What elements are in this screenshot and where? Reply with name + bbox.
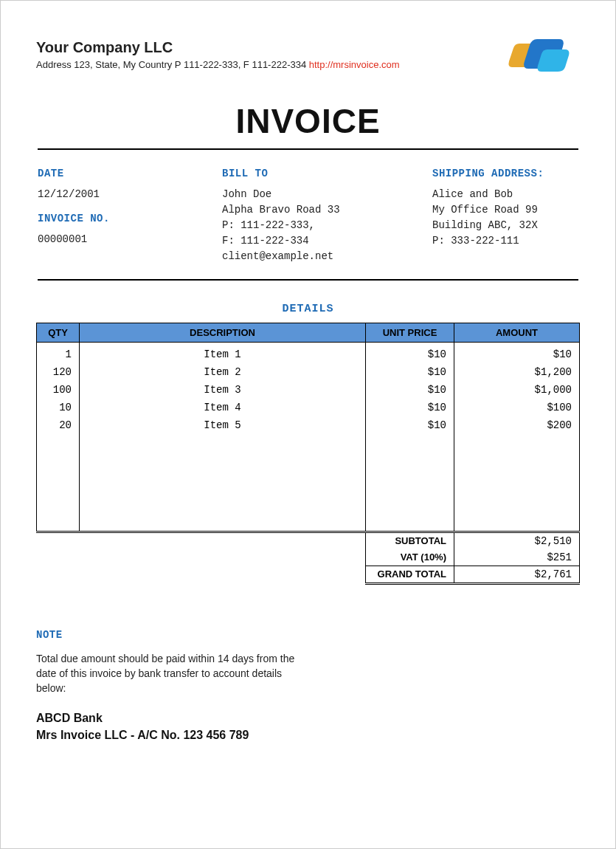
bill-to-value: John Doe Alpha Bravo Road 33 P: 111-222-… xyxy=(222,187,432,264)
cell-amount: $100 xyxy=(454,399,580,416)
col-amount: AMOUNT xyxy=(454,323,580,343)
details-title: DETAILS xyxy=(36,303,580,315)
vat-row: VAT (10%) $251 xyxy=(36,549,580,566)
cell-qty: 20 xyxy=(37,416,80,434)
note-text: Total due amount should be paid within 1… xyxy=(36,651,302,696)
invoice-no-label: INVOICE NO. xyxy=(38,213,222,224)
col-unit-price: UNIT PRICE xyxy=(366,323,454,343)
table-row: 10Item 4$10$100 xyxy=(37,399,580,416)
table-row-empty xyxy=(37,499,580,515)
table-row-empty xyxy=(37,483,580,499)
divider-mid xyxy=(38,279,578,281)
company-url-link[interactable]: http://mrsinvoice.com xyxy=(309,59,400,70)
cell-description: Item 5 xyxy=(80,416,366,434)
table-row-empty xyxy=(37,434,580,450)
vat-label: VAT (10%) xyxy=(366,549,454,566)
company-address-text: Address 123, State, My Country P 111-222… xyxy=(36,59,309,70)
note-section: NOTE Total due amount should be paid wit… xyxy=(36,629,580,744)
shipping-value: Alice and Bob My Office Road 99 Building… xyxy=(432,187,578,249)
info-col-shipping: SHIPPING ADDRESS: Alice and Bob My Offic… xyxy=(432,168,578,264)
subtotal-label: SUBTOTAL xyxy=(366,533,454,549)
bill-to-line: John Doe xyxy=(222,187,432,202)
bank-info: ABCD Bank Mrs Invoice LLC - A/C No. 123 … xyxy=(36,710,580,743)
note-label: NOTE xyxy=(36,629,580,641)
cell-description: Item 1 xyxy=(80,343,366,364)
cell-qty: 10 xyxy=(37,399,80,416)
bank-account: Mrs Invoice LLC - A/C No. 123 456 789 xyxy=(36,727,580,743)
table-row-empty xyxy=(37,450,580,467)
ship-line: My Office Road 99 xyxy=(432,202,578,218)
company-address: Address 123, State, My Country P 111-222… xyxy=(36,59,400,70)
bill-to-line: client@example.net xyxy=(222,249,432,264)
company-logo-icon xyxy=(506,35,572,79)
invoice-no-value: 00000001 xyxy=(38,232,222,247)
cell-qty: 120 xyxy=(37,363,80,381)
col-description: DESCRIPTION xyxy=(80,323,366,343)
company-name: Your Company LLC xyxy=(36,39,400,56)
header: Your Company LLC Address 123, State, My … xyxy=(36,39,580,79)
cell-qty: 100 xyxy=(37,381,80,399)
bill-to-line: P: 111-222-333, xyxy=(222,218,432,233)
grand-total-value: $2,761 xyxy=(454,566,580,583)
bill-to-line: F: 111-222-334 xyxy=(222,233,432,249)
date-label: DATE xyxy=(38,168,222,179)
invoice-title: INVOICE xyxy=(36,101,580,141)
cell-description: Item 2 xyxy=(80,363,366,381)
ship-line: Building ABC, 32X xyxy=(432,218,578,233)
date-value: 12/12/2001 xyxy=(38,187,222,202)
cell-qty: 1 xyxy=(37,343,80,364)
table-header-row: QTY DESCRIPTION UNIT PRICE AMOUNT xyxy=(37,323,580,343)
ship-line: P: 333-222-111 xyxy=(432,233,578,249)
cell-amount: $1,000 xyxy=(454,381,580,399)
grand-total-row: GRAND TOTAL $2,761 xyxy=(36,566,580,583)
divider-top xyxy=(38,148,578,150)
cell-unit-price: $10 xyxy=(366,343,454,364)
company-block: Your Company LLC Address 123, State, My … xyxy=(36,39,400,70)
cell-amount: $200 xyxy=(454,416,580,434)
info-col-date: DATE 12/12/2001 INVOICE NO. 00000001 xyxy=(38,168,222,264)
subtotal-value: $2,510 xyxy=(454,533,580,549)
subtotal-row: SUBTOTAL $2,510 xyxy=(36,533,580,549)
ship-line: Alice and Bob xyxy=(432,187,578,202)
table-row-empty xyxy=(37,467,580,483)
table-row: 120Item 2$10$1,200 xyxy=(37,363,580,381)
bank-name: ABCD Bank xyxy=(36,710,580,726)
cell-unit-price: $10 xyxy=(366,363,454,381)
totals-table: SUBTOTAL $2,510 VAT (10%) $251 GRAND TOT… xyxy=(36,533,580,585)
info-col-billto: BILL TO John Doe Alpha Bravo Road 33 P: … xyxy=(222,168,432,264)
cell-description: Item 4 xyxy=(80,399,366,416)
table-row: 1Item 1$10$10 xyxy=(37,343,580,364)
cell-description: Item 3 xyxy=(80,381,366,399)
cell-unit-price: $10 xyxy=(366,416,454,434)
cell-amount: $1,200 xyxy=(454,363,580,381)
grand-total-label: GRAND TOTAL xyxy=(366,566,454,583)
shipping-label: SHIPPING ADDRESS: xyxy=(432,168,578,179)
bill-to-label: BILL TO xyxy=(222,168,432,179)
table-row: 20Item 5$10$200 xyxy=(37,416,580,434)
table-row: 100Item 3$10$1,000 xyxy=(37,381,580,399)
cell-amount: $10 xyxy=(454,343,580,364)
info-section: DATE 12/12/2001 INVOICE NO. 00000001 BIL… xyxy=(36,154,580,275)
cell-unit-price: $10 xyxy=(366,399,454,416)
items-table: QTY DESCRIPTION UNIT PRICE AMOUNT 1Item … xyxy=(36,323,580,533)
col-qty: QTY xyxy=(37,323,80,343)
bill-to-line: Alpha Bravo Road 33 xyxy=(222,202,432,218)
vat-value: $251 xyxy=(454,549,580,566)
invoice-page: Your Company LLC Address 123, State, My … xyxy=(0,0,616,849)
cell-unit-price: $10 xyxy=(366,381,454,399)
table-row-empty xyxy=(37,515,580,532)
